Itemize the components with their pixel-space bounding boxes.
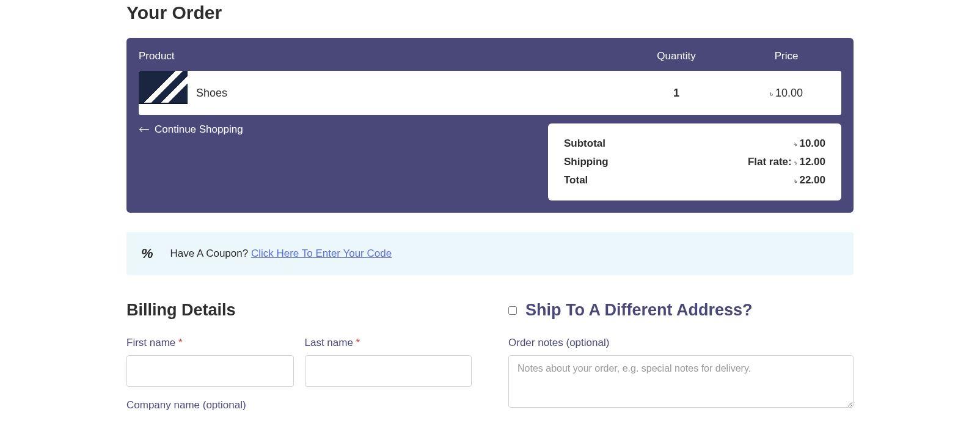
subtotal-value: 10.00 [799, 138, 825, 149]
header-quantity: Quantity [621, 50, 731, 62]
company-name-label: Company name (optional) [126, 399, 472, 411]
shipping-line: Shipping Flat rate: ৳12.00 [564, 153, 825, 171]
currency-symbol: ৳ [794, 140, 797, 149]
last-name-label-text: Last name [305, 337, 356, 348]
percent-icon: % [141, 246, 153, 262]
required-mark: * [356, 337, 360, 348]
order-item-row: Shoes 1 ৳10.00 [139, 71, 841, 115]
shipping-method: Flat rate: [748, 156, 792, 167]
continue-shopping-label: Continue Shopping [155, 123, 243, 136]
shipping-section: Ship To A Different Address? Order notes… [508, 301, 854, 424]
subtotal-label: Subtotal [564, 138, 605, 150]
first-name-input[interactable] [126, 355, 294, 387]
coupon-prompt: Have A Coupon? [170, 248, 251, 259]
shipping-label: Shipping [564, 156, 609, 168]
first-name-label: First name * [126, 337, 294, 349]
coupon-toggle-link[interactable]: Click Here To Enter Your Code [251, 248, 392, 259]
header-product: Product [139, 50, 621, 62]
billing-section: Billing Details First name * Last name *… [126, 301, 472, 424]
ship-different-address-checkbox[interactable] [508, 306, 517, 315]
product-name: Shoes [196, 87, 227, 100]
total-label: Total [564, 174, 588, 186]
product-image [139, 71, 188, 115]
ship-different-address-heading: Ship To A Different Address? [525, 301, 753, 320]
required-mark: * [178, 337, 183, 348]
order-notes-textarea[interactable] [508, 355, 854, 408]
subtotal-line: Subtotal ৳10.00 [564, 134, 825, 153]
last-name-label: Last name * [305, 337, 472, 349]
currency-symbol: ৳ [794, 177, 797, 185]
product-cell: Shoes [139, 71, 621, 115]
currency-symbol: ৳ [770, 89, 773, 98]
shipping-value: 12.00 [799, 156, 825, 167]
order-table-header: Product Quantity Price [139, 50, 841, 71]
header-price: Price [731, 50, 841, 62]
first-name-label-text: First name [126, 337, 178, 348]
order-panel: Product Quantity Price Shoes 1 ৳10.00 🡐 … [126, 38, 854, 213]
total-value: 22.00 [799, 174, 825, 186]
billing-heading: Billing Details [126, 301, 472, 320]
arrow-left-icon: 🡐 [139, 124, 150, 135]
total-line: Total ৳22.00 [564, 171, 825, 189]
price-value: 10.00 [775, 87, 803, 99]
last-name-input[interactable] [305, 355, 472, 387]
currency-symbol: ৳ [794, 158, 797, 167]
product-quantity: 1 [621, 87, 731, 100]
order-totals-box: Subtotal ৳10.00 Shipping Flat rate: ৳12.… [548, 123, 841, 200]
order-notes-label: Order notes (optional) [508, 337, 854, 349]
continue-shopping-link[interactable]: 🡐 Continue Shopping [139, 123, 243, 136]
coupon-text: Have A Coupon? Click Here To Enter Your … [170, 248, 392, 260]
page-title: Your Order [126, 2, 854, 23]
coupon-banner: % Have A Coupon? Click Here To Enter You… [126, 232, 854, 275]
product-price: ৳10.00 [731, 87, 841, 100]
